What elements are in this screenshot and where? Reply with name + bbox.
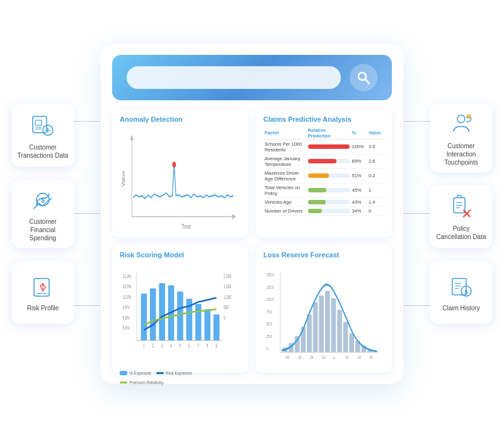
legend-risk-dot bbox=[156, 372, 164, 374]
svg-text:0: 0 bbox=[224, 315, 226, 320]
svg-point-85 bbox=[457, 115, 465, 122]
svg-rect-73 bbox=[349, 333, 354, 352]
svg-text:μ: μ bbox=[333, 355, 335, 360]
charts-grid: Anomaly Detection Value Time bbox=[112, 109, 392, 373]
claims-table-row: Maximum Driver Age Difference51%0.2 bbox=[263, 168, 384, 183]
svg-text:2: 2 bbox=[152, 342, 154, 348]
claims-table-row: Average January Temperature69%2.8 bbox=[263, 154, 384, 168]
svg-text:500: 500 bbox=[224, 304, 229, 310]
claims-value: 1.4 bbox=[367, 197, 384, 206]
svg-text:125.0: 125.0 bbox=[266, 284, 274, 289]
search-button[interactable] bbox=[350, 64, 377, 91]
policy-icon bbox=[447, 192, 475, 220]
legend-exposure-dot bbox=[120, 371, 127, 375]
left-sidebar: Customer Transactions Data $ Customer Fi… bbox=[11, 103, 74, 324]
svg-rect-69 bbox=[325, 291, 330, 353]
svg-rect-42 bbox=[204, 309, 210, 341]
claims-bar bbox=[307, 168, 351, 183]
claims-bar bbox=[307, 206, 351, 215]
anomaly-detection-panel: Anomaly Detection Value Time bbox=[112, 109, 248, 237]
svg-text:8: 8 bbox=[207, 342, 209, 348]
claims-bar bbox=[307, 197, 351, 206]
claims-factor: Vehicles Age bbox=[263, 197, 307, 206]
svg-text:9: 9 bbox=[215, 342, 217, 348]
legend-premium: Premium Relativity bbox=[120, 380, 163, 385]
right-sidebar: Customer Interaction Touchpoints Policy … bbox=[430, 103, 493, 324]
risk-scoring-panel: Risk Scoring Model 11.0% 10.5% 10.0% 9.5… bbox=[112, 245, 248, 373]
svg-rect-71 bbox=[337, 310, 342, 353]
col-value: Value bbox=[367, 127, 384, 140]
svg-text:1: 1 bbox=[143, 342, 145, 348]
claims-panel: Claims Predictive Analysis Factor Relati… bbox=[256, 109, 392, 237]
loss-reserve-panel: Loss Reserve Forecast 150.0 125.0 100.0 … bbox=[256, 245, 392, 373]
outer-container: Customer Transactions Data $ Customer Fi… bbox=[0, 0, 504, 427]
svg-text:4: 4 bbox=[170, 342, 172, 348]
svg-rect-39 bbox=[177, 291, 183, 341]
svg-rect-37 bbox=[159, 283, 165, 341]
claims-pct: 43% bbox=[351, 197, 367, 206]
sidebar-item-customer-financial[interactable]: $ Customer Financial Spending bbox=[11, 179, 74, 248]
claim-icon: $ bbox=[447, 272, 475, 300]
svg-text:1,000: 1,000 bbox=[224, 294, 231, 300]
connector-right-3 bbox=[403, 305, 430, 306]
claims-factor: Maximum Driver Age Difference bbox=[263, 168, 307, 183]
sidebar-item-claim-history[interactable]: $ Claim History bbox=[430, 260, 493, 324]
col-prediction: Relative Prediction bbox=[307, 127, 351, 140]
connector-right-1 bbox=[403, 121, 430, 122]
col-pct: % bbox=[351, 127, 367, 140]
svg-rect-41 bbox=[195, 304, 202, 341]
svg-text:1σ: 1σ bbox=[346, 355, 349, 360]
sidebar-item-customer-transactions[interactable]: Customer Transactions Data bbox=[11, 103, 74, 167]
svg-text:25.0: 25.0 bbox=[266, 333, 273, 338]
svg-marker-20 bbox=[232, 214, 236, 219]
connector-left-1 bbox=[74, 121, 101, 122]
claims-pct: 51% bbox=[351, 168, 367, 183]
svg-rect-64 bbox=[295, 336, 300, 353]
claims-table-row: Total Vehicles on Policy45%1 bbox=[263, 183, 384, 197]
svg-text:150.0: 150.0 bbox=[266, 272, 274, 277]
svg-text:-3σ: -3σ bbox=[297, 355, 302, 360]
claims-value: 3.5 bbox=[367, 139, 384, 154]
claims-table-row: Vehicles Age43%1.4 bbox=[263, 197, 384, 206]
claims-factor: Schools Per 1000 Residents bbox=[263, 139, 307, 154]
svg-rect-35 bbox=[141, 293, 147, 340]
svg-text:10.5%: 10.5% bbox=[123, 283, 132, 289]
interaction-icon bbox=[447, 110, 475, 137]
svg-text:3: 3 bbox=[161, 342, 163, 348]
claims-factor: Total Vehicles on Policy bbox=[263, 183, 307, 197]
svg-text:0: 0 bbox=[266, 346, 268, 351]
transactions-icon bbox=[29, 111, 57, 139]
svg-rect-72 bbox=[343, 322, 348, 352]
financial-icon: $ bbox=[29, 185, 57, 213]
loss-chart-body: 150.0 125.0 100.0 75.0 50.0 25.0 0 bbox=[263, 262, 384, 366]
claims-bar bbox=[307, 154, 351, 168]
svg-text:75.0: 75.0 bbox=[266, 308, 273, 313]
svg-rect-68 bbox=[319, 295, 324, 352]
legend-exposure: % Exposure bbox=[120, 371, 151, 375]
risk-legend: % Exposure Risk Exposure Premium Relativ… bbox=[120, 371, 241, 385]
svg-text:50.0: 50.0 bbox=[266, 321, 273, 326]
svg-text:-1σ: -1σ bbox=[321, 355, 326, 360]
svg-text:-2σ: -2σ bbox=[309, 355, 314, 360]
legend-risk-label: Risk Exposure bbox=[166, 371, 192, 375]
claims-value: 2.8 bbox=[367, 154, 384, 168]
svg-point-11 bbox=[42, 288, 43, 290]
svg-rect-66 bbox=[307, 314, 312, 352]
claims-bar bbox=[307, 139, 351, 154]
sidebar-item-risk-profile[interactable]: Risk Profile bbox=[11, 260, 74, 324]
sidebar-item-customer-interaction[interactable]: Customer Interaction Touchpoints bbox=[430, 103, 493, 172]
svg-rect-70 bbox=[331, 298, 336, 353]
dashboard-card: Anomaly Detection Value Time bbox=[101, 44, 403, 384]
sidebar-item-policy-cancellation[interactable]: Policy Cancellation Data bbox=[430, 185, 493, 248]
svg-text:5: 5 bbox=[180, 342, 181, 348]
risk-icon bbox=[29, 272, 57, 300]
svg-text:2σ: 2σ bbox=[358, 355, 361, 360]
anomaly-chart-body: Value Time bbox=[120, 127, 241, 231]
claims-factor: Average January Temperature bbox=[263, 154, 307, 168]
claims-pct: 69% bbox=[351, 154, 367, 168]
search-input[interactable] bbox=[127, 66, 341, 89]
claims-table: Factor Relative Prediction % Value Schoo… bbox=[263, 127, 384, 216]
legend-premium-label: Premium Relativity bbox=[129, 380, 163, 385]
svg-rect-67 bbox=[313, 302, 318, 353]
svg-point-21 bbox=[173, 161, 176, 167]
